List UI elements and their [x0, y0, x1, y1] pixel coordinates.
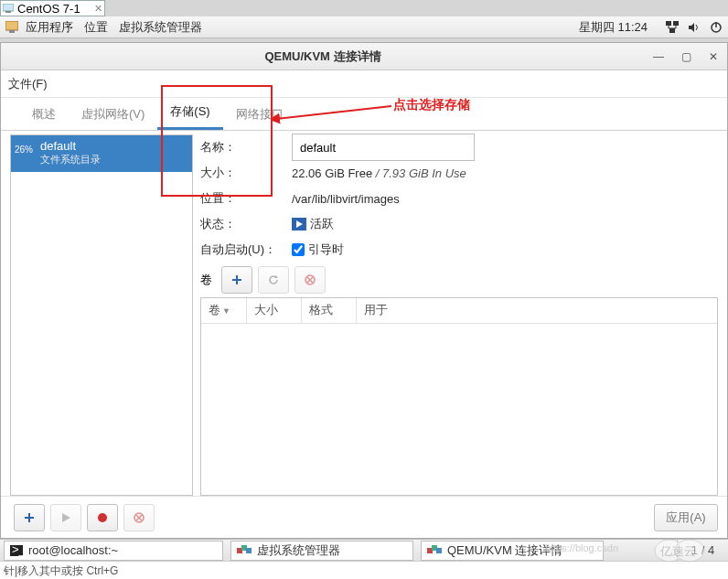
menu-virt-manager[interactable]: 虚拟系统管理器	[119, 19, 202, 36]
add-pool-button[interactable]	[14, 504, 45, 531]
network-icon[interactable]	[666, 21, 679, 34]
minimize-button[interactable]: —	[645, 50, 672, 63]
gnome-taskbar: >_ root@localhost:~ 虚拟系统管理器 QEMU/KVM 连接详…	[0, 539, 728, 561]
close-icon[interactable]: ✕	[94, 3, 102, 15]
col-volume[interactable]: 卷▼	[201, 298, 247, 323]
close-button[interactable]: ✕	[700, 50, 727, 63]
label-size: 大小：	[200, 165, 292, 181]
apply-button[interactable]: 应用(A)	[654, 504, 718, 531]
svg-rect-6	[669, 28, 675, 33]
svg-rect-3	[9, 30, 15, 33]
delete-icon	[133, 511, 145, 524]
svg-point-20	[98, 513, 107, 522]
tabbar: 概述 虚拟网络(V) 存储(S) 网络接口	[1, 98, 727, 131]
maximize-button[interactable]: ▢	[672, 50, 700, 63]
svg-rect-1	[5, 11, 11, 13]
storage-pool-list[interactable]: 26% default 文件系统目录	[10, 134, 193, 496]
volume-grid[interactable]: 卷▼ 大小 格式 用于	[200, 297, 718, 496]
value-location: /var/lib/libvirt/images	[292, 192, 400, 206]
watermark-url: https://blog.csdn	[545, 542, 618, 553]
vm-viewer-tab[interactable]: CentOS 7-1 ✕	[0, 0, 105, 16]
menu-places[interactable]: 位置	[84, 19, 108, 36]
add-volume-button[interactable]	[221, 266, 252, 294]
tab-overview[interactable]: 概述	[19, 99, 69, 130]
vm-tab-label: CentOS 7-1	[17, 2, 80, 16]
label-location: 位置：	[200, 190, 292, 207]
vm-icon	[3, 4, 14, 13]
autostart-checkbox[interactable]	[292, 243, 305, 256]
delete-volume-button[interactable]	[294, 266, 326, 294]
value-size: 22.06 GiB Free / 7.93 GiB In Use	[292, 166, 466, 180]
menu-applications[interactable]: 应用程序	[26, 19, 73, 36]
svg-rect-30	[246, 548, 252, 553]
gnome-top-panel: 应用程序 位置 虚拟系统管理器 星期四 11:24	[0, 16, 728, 38]
col-format[interactable]: 格式	[302, 298, 357, 323]
window-title: QEMU/KVM 连接详情	[1, 48, 645, 65]
task-terminal-label: root@localhost:~	[28, 543, 118, 557]
tab-virtual-networks[interactable]: 虚拟网络(V)	[69, 99, 157, 130]
terminal-icon: >_	[10, 545, 23, 556]
start-pool-button[interactable]	[50, 504, 81, 531]
clock-label[interactable]: 星期四 11:24	[579, 19, 648, 36]
pool-usage-percent: 26%	[15, 145, 37, 155]
titlebar: QEMU/KVM 连接详情 — ▢ ✕	[1, 43, 727, 70]
menu-file[interactable]: 文件(F)	[8, 76, 48, 92]
pool-name-input[interactable]	[292, 134, 475, 161]
label-autostart: 自动启动(U)：	[200, 241, 292, 258]
col-size[interactable]: 大小	[247, 298, 302, 323]
svg-rect-33	[436, 548, 442, 553]
vmm-task-icon	[237, 545, 252, 556]
pool-name: default	[40, 139, 187, 153]
connection-details-window: QEMU/KVM 连接详情 — ▢ ✕ 文件(F) 概述 虚拟网络(V) 存储(…	[0, 42, 728, 539]
tab-storage[interactable]: 存储(S)	[157, 96, 222, 130]
virt-manager-icon	[5, 21, 18, 34]
task-terminal[interactable]: >_ root@localhost:~	[4, 541, 223, 561]
volume-toolbar: 卷	[200, 266, 718, 294]
svg-rect-4	[666, 21, 671, 26]
pool-details: 名称： 大小： 22.06 GiB Free / 7.93 GiB In Use…	[200, 134, 718, 496]
delete-icon	[304, 273, 316, 286]
grid-header: 卷▼ 大小 格式 用于	[201, 298, 717, 324]
svg-text:亿速云: 亿速云	[659, 544, 696, 558]
col-used-by[interactable]: 用于	[357, 298, 717, 323]
system-tray	[666, 21, 723, 34]
delete-pool-button[interactable]	[123, 504, 155, 531]
label-state: 状态：	[200, 216, 292, 232]
volume-icon[interactable]	[688, 21, 701, 34]
annotation-text: 点击选择存储	[393, 97, 470, 113]
tab-network-interfaces[interactable]: 网络接口	[223, 99, 296, 130]
menubar: 文件(F)	[1, 70, 727, 98]
value-state: 活跃	[292, 216, 334, 232]
sort-caret-icon: ▼	[222, 306, 230, 316]
content-area: 26% default 文件系统目录 名称： 大小： 22.06 GiB Fre…	[1, 131, 727, 496]
svg-rect-2	[5, 21, 18, 30]
plus-icon	[230, 273, 243, 286]
record-icon	[97, 512, 108, 523]
plus-icon	[23, 511, 36, 524]
task-vmm-label: 虚拟系统管理器	[257, 542, 340, 559]
hint-bar: 针|移入其中或按 Ctrl+G	[0, 561, 728, 579]
watermark-logo: 亿速云	[653, 537, 717, 564]
power-icon[interactable]	[710, 21, 723, 34]
svg-marker-19	[62, 513, 70, 522]
play-icon	[60, 512, 71, 523]
window-actions: 应用(A)	[1, 496, 727, 538]
svg-rect-0	[3, 4, 14, 11]
vmm-task-icon	[427, 545, 442, 556]
stop-pool-button[interactable]	[87, 504, 118, 531]
refresh-volume-button[interactable]	[258, 266, 289, 294]
play-icon	[292, 218, 306, 231]
task-virt-manager[interactable]: 虚拟系统管理器	[230, 541, 413, 561]
label-name: 名称：	[200, 139, 292, 155]
pool-subtitle: 文件系统目录	[40, 153, 187, 166]
value-autostart: 引导时	[308, 241, 344, 258]
pool-item-default[interactable]: 26% default 文件系统目录	[11, 135, 192, 172]
refresh-icon	[267, 273, 280, 286]
label-volumes: 卷	[200, 272, 212, 288]
svg-rect-5	[673, 21, 679, 26]
svg-text:>_: >_	[12, 545, 23, 556]
